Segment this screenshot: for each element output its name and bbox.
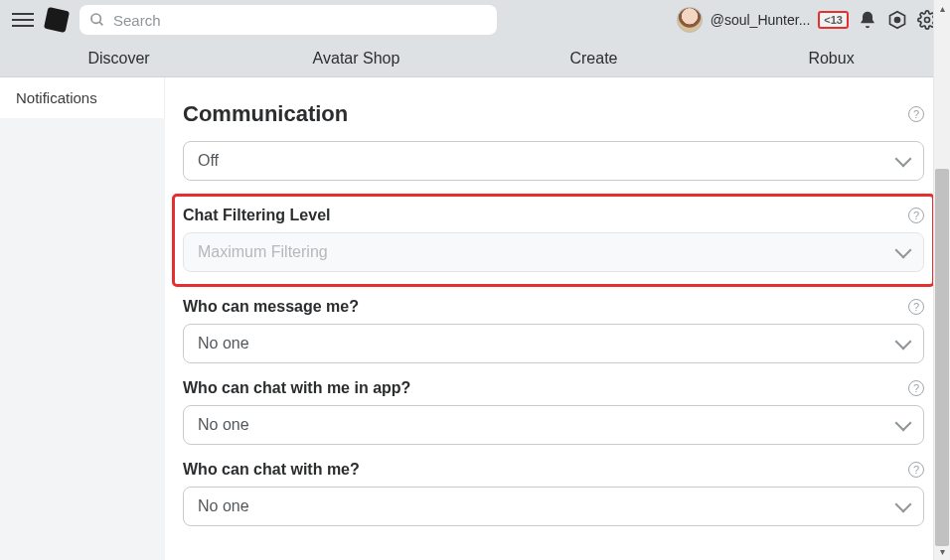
setting-label-row: Who can chat with me? ? [183, 461, 924, 479]
select-value: No one [198, 497, 249, 515]
avatar[interactable] [677, 7, 703, 33]
setting-row-highlighted: Chat Filtering Level ? Maximum Filtering [175, 197, 932, 284]
chevron-down-icon [895, 242, 912, 259]
help-icon[interactable]: ? [908, 299, 924, 315]
chevron-down-icon [895, 151, 912, 168]
select-who-chat[interactable]: No one [183, 487, 924, 526]
chevron-down-icon [895, 496, 912, 513]
scroll-down-icon[interactable]: ▾ [934, 543, 950, 560]
roblox-logo-icon[interactable] [44, 7, 70, 33]
help-icon[interactable]: ? [908, 208, 924, 223]
robux-icon[interactable] [886, 9, 908, 31]
select-value: No one [198, 416, 249, 434]
nav-discover[interactable]: Discover [0, 50, 238, 68]
nav-robux[interactable]: Robux [712, 50, 950, 68]
username-label[interactable]: @soul_Hunter... [711, 12, 811, 28]
search-icon [89, 12, 105, 28]
nav-bar: Discover Avatar Shop Create Robux [0, 40, 950, 77]
setting-row: Off [183, 141, 924, 181]
select-who-chat-app[interactable]: No one [183, 405, 924, 445]
scroll-up-icon[interactable]: ▴ [934, 0, 950, 17]
help-icon[interactable]: ? [908, 380, 924, 396]
sidebar-item-notifications[interactable]: Notifications [0, 77, 165, 118]
svg-line-1 [99, 22, 102, 25]
user-area: @soul_Hunter... <13 [677, 7, 938, 33]
menu-icon[interactable] [12, 9, 34, 31]
select-value: Maximum Filtering [198, 243, 328, 261]
notifications-bell-icon[interactable] [857, 9, 878, 31]
setting-label-row: Who can message me? ? [183, 298, 924, 316]
setting-label-row: Who can chat with me in app? ? [183, 379, 924, 397]
section-title: Communication [183, 101, 348, 127]
svg-point-4 [925, 18, 930, 23]
svg-point-3 [895, 18, 900, 23]
setting-label: Who can chat with me in app? [183, 379, 410, 397]
sidebar: Notifications [0, 77, 165, 560]
setting-row: Who can chat with me in app? ? No one [183, 379, 924, 445]
select-chat-filtering: Maximum Filtering [183, 232, 924, 272]
setting-label-row: Chat Filtering Level ? [183, 207, 924, 224]
help-icon[interactable]: ? [908, 106, 924, 122]
setting-label: Who can chat with me? [183, 461, 360, 479]
help-icon[interactable]: ? [908, 462, 924, 478]
select-who-message[interactable]: No one [183, 324, 924, 363]
top-bar: @soul_Hunter... <13 [0, 0, 950, 40]
chevron-down-icon [895, 415, 912, 432]
scrollbar-thumb[interactable] [935, 169, 949, 546]
select-communication[interactable]: Off [183, 141, 924, 181]
setting-label: Who can message me? [183, 298, 359, 316]
setting-row: Who can message me? ? No one [183, 298, 924, 363]
nav-create[interactable]: Create [475, 50, 712, 68]
select-value: Off [198, 152, 219, 170]
age-badge: <13 [818, 11, 849, 29]
setting-label: Chat Filtering Level [183, 207, 330, 224]
chevron-down-icon [895, 334, 912, 350]
select-value: No one [198, 335, 249, 352]
section-title-row: Communication ? [183, 101, 924, 127]
body-area: Notifications Communication ? Off Chat F… [0, 77, 950, 560]
scrollbar-track[interactable]: ▴ ▾ [933, 0, 950, 560]
search-box[interactable] [79, 5, 497, 35]
setting-row: Who can chat with me? ? No one [183, 461, 924, 526]
content-panel: Communication ? Off Chat Filtering Level… [165, 77, 950, 560]
search-input[interactable] [113, 12, 487, 29]
svg-point-0 [91, 14, 100, 23]
nav-avatar-shop[interactable]: Avatar Shop [238, 50, 475, 68]
